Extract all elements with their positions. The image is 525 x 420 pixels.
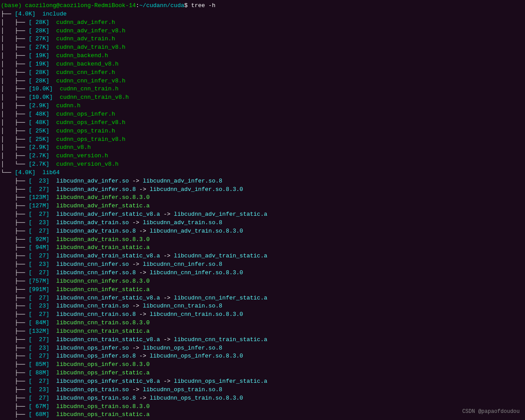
line-lib-file: ├── [ 27] libcudnn_adv_train_static_v8.a… xyxy=(0,252,525,261)
line-lib-file: ├── [132M] libcudnn_cnn_train_static.a xyxy=(0,327,525,336)
watermark: CSDN @papaofdoudou xyxy=(462,408,520,415)
terminal-window: (base) caozilong@caozilong-RedmiBook-14:… xyxy=(0,0,525,420)
line-lib-file: ├── [ 85M] libcudnn_ops_infer.so.8.3.0 xyxy=(0,361,525,369)
line-lib-file: ├── [ 27] libcudnn_ops_infer_static_v8.a… xyxy=(0,377,525,386)
prompt-user: (base) caozilong@caozilong-RedmiBook-14 xyxy=(1,2,136,10)
line-lib-file: ├── [123M] libcudnn_adv_infer.so.8.3.0 xyxy=(0,194,525,202)
prompt-line: (base) caozilong@caozilong-RedmiBook-14:… xyxy=(0,2,525,10)
line-lib-file: ├── [ 23] libcudnn_adv_infer.so -> libcu… xyxy=(0,177,525,186)
line-lib-file: ├── [757M] libcudnn_cnn_infer.so.8.3.0 xyxy=(0,277,525,286)
line-size: [4.0K] xyxy=(15,10,35,19)
prompt-dollar: $ xyxy=(184,2,191,10)
line-lib-file: ├── [ 94M] libcudnn_adv_train_static.a xyxy=(0,244,525,252)
line-file: │ ├── [10.0K] cudnn_cnn_train.h xyxy=(0,85,525,93)
prompt-colon: : xyxy=(136,2,139,10)
line-lib-file: ├── [ 27] libcudnn_ops_infer.so.8 -> lib… xyxy=(0,352,525,361)
line-lib-file: ├── [ 67M] libcudnn_ops_train.so.8.3.0 xyxy=(0,403,525,411)
line-space xyxy=(35,10,43,19)
line-lib-file: ├── [ 27] libcudnn_ops_train.so.8 -> lib… xyxy=(0,394,525,403)
line-lib-file: ├── [ 84M] libcudnn_cnn_train.so.8.3.0 xyxy=(0,319,525,327)
line-file: │ ├── [2.9K] cudnn.h xyxy=(0,102,525,110)
line-file: │ ├── [ 28K] cudnn_cnn_infer.h xyxy=(0,69,525,77)
line-lib-file: ├── [ 23] libcudnn_ops_infer.so -> libcu… xyxy=(0,344,525,353)
line-file: │ ├── [10.0K] cudnn_cnn_train_v8.h xyxy=(0,93,525,102)
prompt-command: tree -h xyxy=(191,2,215,10)
line-lib64-dir: └── [4.0K] lib64 xyxy=(0,169,525,177)
line-lib-file: ├── [ 27] libcudnn_cnn_infer.so.8 -> lib… xyxy=(0,269,525,277)
line-lib-file: ├── [ 27] libcudnn_adv_infer.so.8 -> lib… xyxy=(0,186,525,194)
line-file: │ ├── [ 19K] cudnn_backend_v8.h xyxy=(0,60,525,69)
prompt-path: ~/cudann/cuda xyxy=(139,2,184,10)
line-lib-file: ├── [127M] libcudnn_adv_infer_static.a xyxy=(0,202,525,210)
line-lib-file: ├── [ 23] libcudnn_adv_train.so -> libcu… xyxy=(0,219,525,227)
line-file: │ ├── [ 27K] cudnn_adv_train_v8.h xyxy=(0,43,525,52)
line-marker: ├── xyxy=(1,10,15,19)
line-lib-file: ├── [ 27] libcudnn_adv_infer_static_v8.a… xyxy=(0,210,525,219)
line-lib-file: ├── [991M] libcudnn_cnn_infer_static.a xyxy=(0,286,525,294)
line-file: │ └── [2.7K] cudnn_version_v8.h xyxy=(0,160,525,169)
line-lib-file: ├── [ 27] libcudnn_cnn_train.so.8 -> lib… xyxy=(0,311,525,319)
line-lib-file: ├── [ 23] libcudnn_cnn_train.so -> libcu… xyxy=(0,302,525,311)
line-lib-file: ├── [ 27] libcudnn_cnn_infer_static_v8.a… xyxy=(0,294,525,303)
line-file: │ ├── [ 19K] cudnn_backend.h xyxy=(0,52,525,60)
line-file: │ ├── [2.7K] cudnn_version.h xyxy=(0,152,525,160)
line-lib-file: ├── [ 27] libcudnn_cnn_train_static_v8.a… xyxy=(0,336,525,344)
line-lib-file: ├── [ 23] libcudnn_ops_train.so -> libcu… xyxy=(0,386,525,394)
line-file: │ ├── [2.9K] cudnn_v8.h xyxy=(0,144,525,152)
line-file: │ ├── [ 48K] cudnn_ops_infer_v8.h xyxy=(0,119,525,127)
line-lib-file: ├── [ 68M] libcudnn_ops_train_static.a xyxy=(0,411,525,419)
line-name: include xyxy=(43,10,67,19)
line-lib-file: ├── [ 27] libcudnn_adv_train.so.8 -> lib… xyxy=(0,227,525,236)
line-lib-file: ├── [ 88M] libcudnn_ops_infer_static.a xyxy=(0,369,525,377)
line-file: │ ├── [ 28K] cudnn_adv_infer.h xyxy=(0,19,525,27)
line-file: │ ├── [ 25K] cudnn_ops_train_v8.h xyxy=(0,136,525,144)
line-include-dir: ├── [4.0K] include xyxy=(0,10,525,19)
line-file: │ ├── [ 27K] cudnn_adv_train.h xyxy=(0,35,525,43)
line-lib-file: ├── [ 92M] libcudnn_adv_train.so.8.3.0 xyxy=(0,236,525,244)
line-file: │ ├── [ 28K] cudnn_adv_infer_v8.h xyxy=(0,27,525,35)
line-file: │ ├── [ 48K] cudnn_ops_infer.h xyxy=(0,110,525,119)
line-file: │ ├── [ 25K] cudnn_ops_train.h xyxy=(0,127,525,136)
line-lib-file: ├── [ 23] libcudnn_cnn_infer.so -> libcu… xyxy=(0,261,525,269)
line-file: │ ├── [ 28K] cudnn_cnn_infer_v8.h xyxy=(0,77,525,86)
